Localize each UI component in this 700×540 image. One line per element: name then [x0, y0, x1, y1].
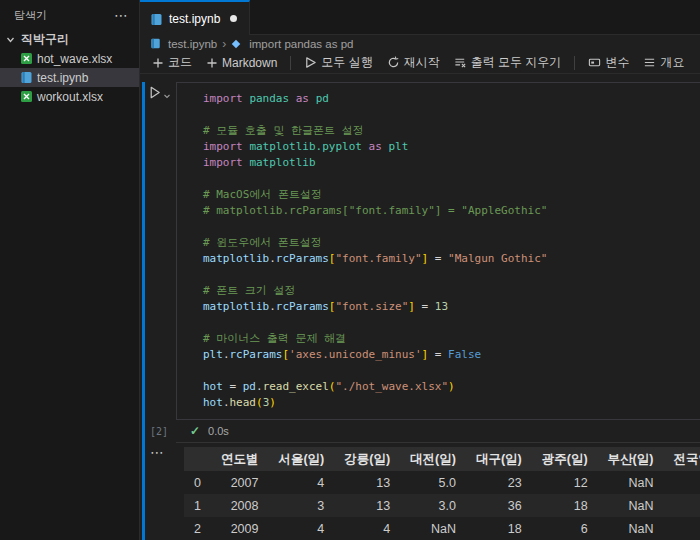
data-cell: 23 — [466, 471, 532, 494]
folder-name: 직박구리 — [21, 31, 69, 48]
data-cell: NaN — [400, 517, 466, 540]
cell-code-editor[interactable]: import pandas as pd # 모듈 호출 및 한글폰트 설정imp… — [176, 82, 700, 420]
code-line — [203, 267, 700, 283]
breadcrumb-file[interactable]: test.ipynb — [168, 38, 217, 50]
code-line: # matplotlib.rcParams["font.family"] = "… — [203, 203, 700, 219]
chevron-down-icon — [4, 33, 17, 46]
data-cell: 12.5 — [663, 494, 700, 517]
data-cell: 3.0 — [400, 494, 466, 517]
data-cell: 13 — [334, 471, 400, 494]
toolbar-button-label: 코드 — [168, 54, 192, 71]
code-line: # 윈도우에서 폰트설정 — [203, 235, 700, 251]
code-line: import pandas as pd — [203, 91, 700, 107]
data-cell: 5.0 — [400, 471, 466, 494]
toolbar-button-label: 출력 모두 지우기 — [471, 54, 562, 71]
data-cell: 36 — [466, 494, 532, 517]
sidebar-item-workout.xlsx[interactable]: workout.xlsx — [0, 87, 139, 106]
table-header-row: 연도별서울(일)강릉(일)대전(일)대구(일)광주(일)부산(일)전국일평균(일… — [184, 447, 700, 471]
data-cell: 4 — [334, 517, 400, 540]
table-row: 120083133.03618NaN12.5 — [184, 494, 700, 517]
toolbar-button-label: 모두 실행 — [321, 54, 372, 71]
breadcrumb: test.ipynb › import pandas as pd — [140, 35, 700, 52]
code-line: matplotlib.rcParams["font.family"] = "Ma… — [203, 251, 700, 267]
data-cell: 12 — [532, 471, 598, 494]
toolbar-button-변수[interactable]: 변수 — [582, 52, 635, 73]
code-line: hot.head(3) — [203, 395, 700, 411]
column-header: 광주(일) — [532, 447, 598, 471]
data-cell: 3 — [268, 494, 334, 517]
toolbar-button-개요[interactable]: 개요 — [637, 52, 690, 73]
vscode-window: 탐색기 ⋯ 직박구리 hot_wave.xlsxtest.ipynbworkou… — [0, 0, 700, 540]
code-line: # 모듈 호출 및 한글폰트 설정 — [203, 123, 700, 139]
tab-test-ipynb[interactable]: test.ipynb — [140, 0, 250, 35]
output-more-actions-icon[interactable]: ⋯ — [142, 442, 176, 540]
code-line: import matplotlib — [203, 155, 700, 171]
code-cell-symbol-icon — [231, 39, 244, 49]
code-line: matplotlib.rcParams["font.size"] = 13 — [203, 299, 700, 315]
code-line: # MacOS에서 폰트설정 — [203, 187, 700, 203]
run-all-icon — [304, 56, 317, 69]
row-index-cell: 2 — [184, 517, 211, 540]
chevron-down-icon[interactable] — [163, 86, 171, 104]
outline-icon — [643, 56, 656, 69]
toolbar-button-label: 개요 — [660, 54, 684, 71]
toolbar-button-⋯[interactable]: ⋯ — [692, 53, 700, 73]
code-cell: import pandas as pd # 모듈 호출 및 한글폰트 설정imp… — [142, 82, 700, 540]
explorer-sidebar: 탐색기 ⋯ 직박구리 hot_wave.xlsxtest.ipynbworkou… — [0, 0, 140, 540]
toolbar-button-모두 실행[interactable]: 모두 실행 — [298, 52, 378, 73]
data-cell: 18 — [532, 494, 598, 517]
toolbar-divider — [290, 56, 291, 70]
toolbar-button-재시작[interactable]: 재시작 — [381, 52, 446, 73]
code-line — [203, 219, 700, 235]
toolbar-button-출력 모두 지우기[interactable]: 출력 모두 지우기 — [448, 52, 568, 73]
notebook-toolbar: 코드Markdown모두 실행재시작출력 모두 지우기변수개요⋯ — [140, 52, 700, 74]
column-header: 부산(일) — [598, 447, 664, 471]
tab-bar: test.ipynb — [140, 0, 700, 35]
data-cell: 9.8 — [663, 471, 700, 494]
dataframe-table: 연도별서울(일)강릉(일)대전(일)대구(일)광주(일)부산(일)전국일평균(일… — [184, 447, 700, 540]
data-cell: NaN — [598, 517, 664, 540]
data-cell: 6 — [532, 517, 598, 540]
code-line: import matplotlib.pyplot as plt — [203, 139, 700, 155]
run-cell-button[interactable] — [147, 85, 171, 104]
file-name: test.ipynb — [37, 71, 88, 85]
more-actions-icon[interactable]: ⋯ — [114, 7, 129, 23]
toolbar-button-label: 변수 — [605, 54, 629, 71]
notebook-file-icon — [150, 38, 163, 49]
sidebar-folder-root[interactable]: 직박구리 — [0, 30, 139, 49]
sidebar-item-test.ipynb[interactable]: test.ipynb — [0, 68, 139, 87]
code-line — [203, 363, 700, 379]
row-index-cell: 0 — [184, 471, 211, 494]
tab-label: test.ipynb — [169, 12, 220, 26]
breadcrumb-separator: › — [222, 37, 226, 51]
execution-time: 0.0s — [208, 425, 229, 437]
toolbar-button-코드[interactable]: 코드 — [146, 52, 198, 73]
success-check-icon: ✓ — [190, 424, 200, 438]
notebook-file-icon — [150, 12, 163, 25]
data-cell: 2008 — [211, 494, 269, 517]
unsaved-dot-icon[interactable] — [230, 15, 237, 22]
toolbar-divider — [574, 56, 575, 70]
excel-file-icon — [20, 52, 33, 65]
execution-count: [2] — [142, 426, 176, 437]
table-row: 020074135.02312NaN9.8 — [184, 471, 700, 494]
cell-gutter — [142, 82, 176, 420]
breadcrumb-cell[interactable]: import pandas as pd — [249, 38, 353, 50]
column-header — [184, 447, 211, 471]
sidebar-item-hot_wave.xlsx[interactable]: hot_wave.xlsx — [0, 49, 139, 68]
toolbar-button-label: Markdown — [222, 56, 277, 70]
toolbar-button-Markdown[interactable]: Markdown — [200, 54, 283, 72]
data-cell: 2009 — [211, 517, 269, 540]
explorer-title: 탐색기 — [14, 8, 47, 23]
row-index-cell: 1 — [184, 494, 211, 517]
add-icon — [206, 57, 218, 69]
code-line: plt.rcParams['axes.unicode_minus'] = Fal… — [203, 347, 700, 363]
file-list: hot_wave.xlsxtest.ipynbworkout.xlsx — [0, 49, 139, 106]
cell-output: ⋯ 연도별서울(일)강릉(일)대전(일)대구(일)광주(일)부산(일)전국일평균… — [142, 442, 700, 540]
clear-outputs-icon — [454, 56, 467, 69]
code-line — [203, 107, 700, 123]
code-line: hot = pd.read_excel("./hot_wave.xlsx") — [203, 379, 700, 395]
editor-area: test.ipynb test.ipynb › import pandas as… — [140, 0, 700, 540]
column-header: 서울(일) — [268, 447, 334, 471]
restart-icon — [387, 56, 400, 69]
